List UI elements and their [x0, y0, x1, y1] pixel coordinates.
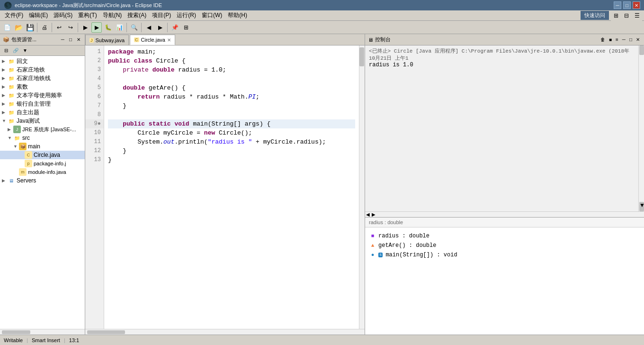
menu-source[interactable]: 源码(S) — [51, 10, 75, 20]
toolbar-new[interactable]: 📄 — [2, 22, 12, 33]
tree-label: 素数 — [17, 83, 28, 91]
outline-item-radius[interactable]: ■ radius : double — [369, 231, 640, 241]
package-explorer-title: 包资源管... — [11, 36, 36, 43]
toolbar-search[interactable]: 🔍 — [129, 22, 139, 33]
tree-item-sushu[interactable]: ▶ 📁 素数 — [0, 82, 85, 91]
quick-access-button[interactable]: 快速访问 — [581, 11, 609, 20]
tree-item-package-info[interactable]: ▶ p package-info.j — [0, 159, 85, 168]
toolbar-extra3[interactable]: ☰ — [632, 10, 642, 21]
outline-item-label: main(String[]) : void — [385, 252, 457, 258]
console-vscroll[interactable]: ▼ — [638, 45, 644, 211]
outline-separator: radius : double — [365, 218, 644, 227]
toolbar-perspectives[interactable]: ⊞ — [181, 22, 191, 33]
tab-circle[interactable]: C Circle.java ✕ — [130, 35, 175, 45]
tree-item-huiwen[interactable]: ▶ 📁 回文 — [0, 57, 85, 65]
toolbar-open[interactable]: 📂 — [13, 22, 24, 33]
close-button[interactable]: ✕ — [633, 1, 640, 9]
toolbar-run[interactable]: ▶ — [91, 22, 102, 33]
tree-item-src[interactable]: ▼ 📁 src — [0, 134, 85, 142]
code-editor[interactable]: 1 2 3 4 5 6 7 8 9● 10 11 12 13 package m… — [85, 45, 365, 329]
toolbar-pin[interactable]: 📌 — [170, 22, 180, 33]
menu-window[interactable]: 窗口(W) — [199, 10, 225, 20]
outline-item-label: getAre() : double — [378, 242, 436, 249]
console-header: 🖥 控制台 🗑 ■ ≡ ─ □ ✕ — [365, 34, 644, 45]
console-icon: 🖥 — [368, 37, 373, 43]
console-outline-panel: 🖥 控制台 🗑 ■ ≡ ─ □ ✕ <已终止> Circle [Java 应用程… — [365, 34, 644, 335]
console-close[interactable]: ✕ — [635, 36, 641, 43]
code-line-13: } — [108, 155, 355, 164]
toolbar-redo[interactable]: ↪ — [65, 22, 76, 33]
toolbar-debug[interactable]: 🐛 — [103, 22, 113, 33]
tree-item-sjzdtx[interactable]: ▶ 📁 石家庄地铁线 — [0, 74, 85, 82]
menu-run[interactable]: 运行(R) — [174, 10, 199, 20]
menu-navigate[interactable]: 导航(N) — [100, 10, 125, 20]
toolbar-extra2[interactable]: ⊟ — [621, 10, 632, 21]
toolbar-prev[interactable]: ◀ — [143, 22, 154, 33]
panel-minimize[interactable]: ─ — [60, 36, 66, 43]
status-bar: Writable | Smart Insert | 13:1 — [0, 335, 644, 345]
toolbar-run-last[interactable]: ▶ — [80, 22, 90, 33]
tab-circle-icon: C — [134, 37, 139, 42]
code-content[interactable]: package main; public class Circle { priv… — [104, 45, 359, 329]
code-line-6: return radius * radius * Math.PI; — [108, 92, 355, 101]
console-terminate[interactable]: ■ — [608, 36, 613, 43]
minimize-button[interactable]: ─ — [614, 1, 621, 9]
tree-item-jre[interactable]: ▶ J JRE 系统库 [JavaSE-... — [0, 125, 85, 134]
tab-subway-label: Subway.java — [96, 37, 125, 43]
sep4 — [126, 23, 127, 32]
editor-vscroll[interactable] — [359, 45, 365, 329]
menu-file[interactable]: 文件(F) — [2, 10, 26, 20]
toolbar-save[interactable]: 💾 — [25, 22, 35, 33]
sep2 — [52, 23, 52, 32]
toolbar-coverage[interactable]: 📊 — [114, 22, 125, 33]
tree-item-module-info[interactable]: ▶ m module-info.java — [0, 168, 85, 176]
maximize-button[interactable]: □ — [623, 1, 631, 9]
tab-subway[interactable]: J Subway.java — [85, 35, 129, 45]
line-numbers: 1 2 3 4 5 6 7 8 9● 10 11 12 13 — [85, 45, 104, 329]
code-line-10: Circle myCircle = new Circle(); — [108, 128, 355, 137]
tree-item-yinhang[interactable]: ▶ 📁 银行自主管理 — [0, 100, 85, 108]
tree-item-zizhu[interactable]: ▶ 📁 自主出题 — [0, 108, 85, 117]
outline-static-badge: s — [378, 253, 383, 257]
tree-item-sjzdt[interactable]: ▶ 📁 石家庄地铁 — [0, 65, 85, 74]
explorer-menu[interactable]: ▼ — [21, 46, 29, 55]
tree-item-javatest[interactable]: ▼ 📁 Java测试 — [0, 117, 85, 125]
toolbar-print[interactable]: 🖨 — [39, 22, 50, 33]
menu-help[interactable]: 帮助(H) — [225, 10, 250, 20]
toolbar-undo[interactable]: ↩ — [54, 22, 64, 33]
tree-item-wenben[interactable]: ▶ 📁 文本字母使用频率 — [0, 91, 85, 100]
console-clear[interactable]: 🗑 — [599, 36, 607, 43]
outline-item-main[interactable]: ● s main(String[]) : void — [369, 250, 640, 260]
tab-close-button[interactable]: ✕ — [167, 37, 171, 43]
code-line-3: private double radius = 1.0; — [108, 65, 355, 74]
collapse-all[interactable]: ⊟ — [2, 46, 10, 55]
menu-project[interactable]: 项目(P) — [149, 10, 174, 20]
panel-maximize[interactable]: □ — [68, 36, 73, 43]
code-line-5: double getAre() { — [108, 83, 355, 92]
package-explorer-header: 📦 包资源管... ─ □ ✕ — [0, 34, 85, 45]
console-maximize[interactable]: □ — [628, 36, 634, 43]
console-minimize[interactable]: ─ — [621, 36, 627, 43]
outline-field-icon: ■ — [369, 233, 376, 239]
panel-close[interactable]: ✕ — [75, 36, 82, 43]
app-icon: 🌑 — [4, 1, 12, 9]
outline-item-getare[interactable]: ▲ getAre() : double — [369, 241, 640, 250]
tab-circle-label: Circle.java — [141, 37, 165, 43]
explorer-toolbar: ⊟ 🔗 ▼ — [0, 45, 85, 56]
package-explorer-panel: 📦 包资源管... ─ □ ✕ ⊟ 🔗 ▼ ▶ 📁 回文 ▶ 📁 石家庄地铁 — [0, 34, 85, 335]
tree-label: main — [28, 143, 40, 150]
link-editor[interactable]: 🔗 — [11, 46, 20, 55]
tree-item-main[interactable]: ▼ 📦 main — [0, 142, 85, 151]
menu-refactor[interactable]: 重构(T) — [75, 10, 99, 20]
editor-hscroll[interactable] — [85, 329, 365, 335]
toolbar-extra1[interactable]: ⊞ — [611, 10, 621, 21]
explorer-hscroll[interactable] — [0, 329, 85, 335]
console-panel: 🖥 控制台 🗑 ■ ≡ ─ □ ✕ <已终止> Circle [Java 应用程… — [365, 34, 644, 217]
tree-item-servers[interactable]: ▶ 🖥 Servers — [0, 176, 85, 185]
menu-search[interactable]: 搜索(A) — [125, 10, 149, 20]
toolbar-next[interactable]: ▶ — [155, 22, 165, 33]
console-options[interactable]: ≡ — [614, 36, 620, 43]
menu-edit[interactable]: 编辑(E) — [26, 10, 51, 20]
tree-item-circle-java[interactable]: ▶ C Circle.java — [0, 151, 85, 159]
console-hscroll[interactable]: ◀ ▶ — [365, 211, 644, 217]
